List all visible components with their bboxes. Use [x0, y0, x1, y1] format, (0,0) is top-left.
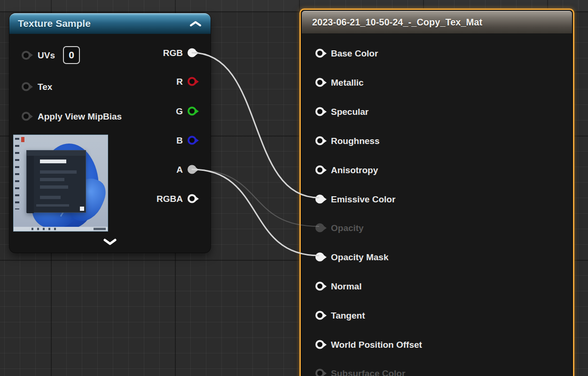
input-row-tex: Tex	[22, 82, 52, 91]
output-row-g: G	[176, 107, 196, 116]
material-input-pin-tangent[interactable]	[315, 311, 324, 320]
output-pin-a[interactable]	[188, 165, 196, 174]
output-row-rgb: RGB	[163, 48, 196, 57]
output-row-b: B	[176, 136, 196, 145]
material-result-node[interactable]: 2023-06-21_10-50-24_-_Copy_Tex_Mat Base …	[299, 8, 574, 376]
output-label-a: A	[176, 165, 183, 174]
material-input-pin-metallic[interactable]	[315, 78, 324, 87]
input-row-apply-view-mipbias: Apply View MipBias	[22, 112, 122, 121]
output-label-b: B	[176, 136, 183, 145]
material-input-pin-base-color[interactable]	[315, 49, 324, 58]
material-node-title: 2023-06-21_10-50-24_-_Copy_Tex_Mat	[312, 17, 482, 28]
material-input-row-subsurface-color: Subsurface Color	[315, 369, 405, 376]
material-input-row-opacity-mask: Opacity Mask	[315, 253, 389, 262]
material-input-label-metallic: Metallic	[331, 78, 364, 87]
texture-sample-node[interactable]: Texture Sample UVs0TexApply View MipBias…	[9, 13, 211, 253]
material-input-pin-world-position-offset[interactable]	[315, 340, 324, 349]
material-input-row-specular: Specular	[315, 107, 368, 116]
output-row-a: A	[176, 165, 196, 174]
material-input-label-emissive-color: Emissive Color	[331, 195, 395, 204]
output-label-rgba: RGBA	[157, 194, 183, 203]
output-label-rgb: RGB	[163, 48, 183, 57]
material-input-row-metallic: Metallic	[315, 78, 364, 87]
material-input-pin-opacity[interactable]	[315, 224, 324, 232]
material-input-label-normal: Normal	[331, 282, 361, 291]
material-node-header[interactable]: 2023-06-21_10-50-24_-_Copy_Tex_Mat	[302, 11, 572, 33]
material-graph-canvas[interactable]: Texture Sample UVs0TexApply View MipBias…	[0, 0, 588, 376]
input-pin-apply-view-mipbias[interactable]	[22, 112, 31, 121]
output-label-g: G	[176, 107, 183, 116]
desktop-icon	[21, 137, 24, 142]
material-input-pin-opacity-mask[interactable]	[315, 253, 324, 262]
texture-sample-header[interactable]: Texture Sample	[9, 13, 211, 34]
material-input-row-anisotropy: Anisotropy	[315, 166, 378, 175]
material-input-label-opacity-mask: Opacity Mask	[331, 253, 389, 262]
input-row-uvs: UVs0	[22, 46, 80, 64]
material-input-label-base-color: Base Color	[331, 49, 378, 58]
chevron-up-icon[interactable]	[189, 20, 202, 27]
uvs-value-box[interactable]: 0	[63, 46, 80, 64]
material-input-row-base-color: Base Color	[315, 49, 378, 58]
material-input-row-normal: Normal	[315, 282, 361, 291]
material-input-pin-emissive-color[interactable]	[315, 195, 324, 204]
texture-sample-title: Texture Sample	[18, 18, 91, 29]
input-pin-tex[interactable]	[22, 82, 31, 91]
material-input-row-world-position-offset: World Position Offset	[315, 340, 422, 349]
material-input-label-world-position-offset: World Position Offset	[331, 340, 422, 349]
output-pin-rgba[interactable]	[188, 194, 196, 203]
chevron-down-icon[interactable]	[102, 238, 118, 246]
material-input-pin-normal[interactable]	[315, 282, 324, 291]
material-input-label-roughness: Roughness	[331, 136, 379, 145]
material-input-label-tangent: Tangent	[331, 311, 365, 320]
output-pin-rgb[interactable]	[188, 48, 196, 57]
texture-preview-thumbnail	[13, 135, 108, 232]
input-pin-uvs[interactable]	[22, 51, 31, 60]
input-label-tex: Tex	[38, 82, 52, 91]
material-input-label-anisotropy: Anisotropy	[331, 166, 378, 175]
output-pin-b[interactable]	[188, 136, 196, 145]
material-input-pin-specular[interactable]	[315, 107, 324, 116]
material-input-pin-anisotropy[interactable]	[315, 166, 324, 175]
material-input-pin-roughness[interactable]	[315, 136, 324, 145]
material-input-row-opacity: Opacity	[315, 224, 364, 232]
material-input-label-specular: Specular	[331, 107, 368, 116]
app-window-in-screenshot	[26, 150, 86, 213]
material-input-row-emissive-color: Emissive Color	[315, 195, 395, 204]
output-label-r: R	[176, 77, 183, 86]
material-input-pin-subsurface-color[interactable]	[315, 369, 324, 376]
material-input-row-tangent: Tangent	[315, 311, 365, 320]
output-pin-r[interactable]	[188, 77, 196, 86]
input-label-apply-view-mipbias: Apply View MipBias	[38, 112, 122, 121]
output-row-rgba: RGBA	[157, 194, 196, 203]
output-row-r: R	[176, 77, 196, 86]
material-input-label-opacity: Opacity	[331, 224, 364, 232]
output-pin-g[interactable]	[188, 107, 196, 116]
material-input-label-subsurface-color: Subsurface Color	[331, 369, 405, 376]
material-input-row-roughness: Roughness	[315, 136, 379, 145]
desktop-icons-column	[15, 138, 19, 209]
input-label-uvs: UVs	[38, 51, 55, 60]
